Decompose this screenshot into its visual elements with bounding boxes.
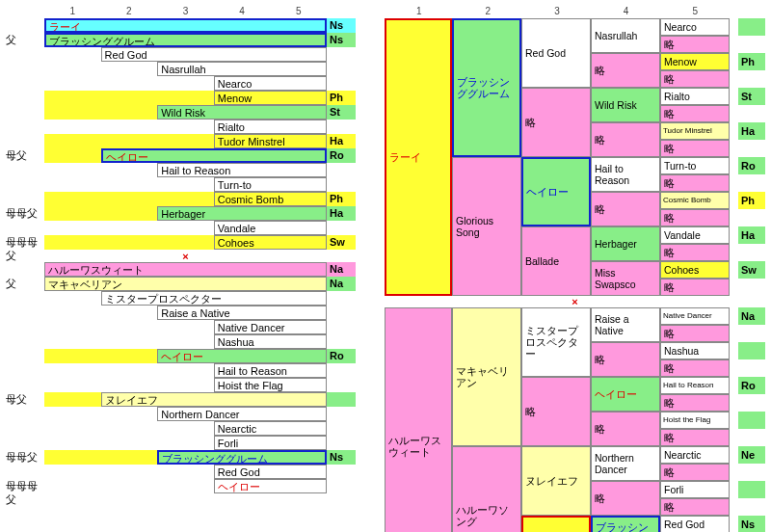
tree-cell: 略 bbox=[591, 412, 660, 446]
pedigree-row: 母母父HerbagerHa bbox=[4, 206, 356, 221]
pedigree-row: Hail to Reason bbox=[4, 363, 356, 378]
row-label bbox=[4, 91, 44, 105]
pedigree-row: Cosmic BombPh bbox=[4, 192, 356, 206]
row-label bbox=[4, 291, 44, 306]
tree-cell: 略 bbox=[660, 325, 730, 342]
right-panel: 1 2 3 4 5 ラーイブラッシンググルームGlorious SongRed … bbox=[385, 4, 765, 532]
tree-cell: Nearctic bbox=[660, 446, 730, 464]
row-label bbox=[4, 163, 44, 177]
tree-cell: 略 bbox=[591, 122, 660, 157]
pedigree-row: Northern Dancer bbox=[4, 407, 356, 421]
horse-name: Native Dancer bbox=[214, 320, 327, 334]
tail-code bbox=[738, 209, 765, 226]
tree-cell: 略 bbox=[660, 174, 730, 192]
tail-code bbox=[738, 412, 765, 429]
tree-cell: ハルーワソング bbox=[452, 446, 521, 532]
pedigree-row: Hoist the Flag bbox=[4, 378, 356, 392]
tail-code: Ro bbox=[738, 377, 765, 394]
tail-code: Ns bbox=[327, 33, 356, 47]
tail-code: Ns bbox=[738, 516, 765, 532]
row-label bbox=[4, 76, 44, 91]
tree-cell: 略 bbox=[660, 244, 730, 261]
tail-code: Na bbox=[327, 262, 356, 277]
tree-cell: Herbager bbox=[591, 226, 660, 261]
tail-code bbox=[738, 18, 765, 36]
pedigree-tree: ハルーワスウィートマキャベリアンハルーワソングミスタープロスペクター略ヌレイエフ… bbox=[385, 307, 765, 532]
tail-code bbox=[327, 76, 356, 91]
row-label bbox=[4, 105, 44, 120]
tree-cell: 略 bbox=[660, 105, 730, 122]
tree-cell: Rialto bbox=[660, 88, 730, 105]
tail-code bbox=[327, 465, 356, 479]
row-label bbox=[4, 465, 44, 479]
row-label: 父 bbox=[4, 277, 44, 291]
tree-cell: Nearco bbox=[660, 18, 730, 36]
horse-name: Cosmic Bomb bbox=[214, 192, 327, 206]
tail-code: Ha bbox=[327, 206, 356, 221]
tree-cell: ヘイロー bbox=[521, 157, 591, 226]
tree-cell: Menow bbox=[660, 53, 730, 70]
tree-cell: Native Dancer bbox=[660, 307, 730, 325]
row-label bbox=[4, 334, 44, 349]
tree-cell: Forli bbox=[660, 481, 730, 498]
pedigree-row: ミスタープロスペクター bbox=[4, 291, 356, 306]
tail-code bbox=[327, 479, 356, 493]
row-label bbox=[4, 192, 44, 206]
tree-cell: 略 bbox=[591, 481, 660, 516]
pedigree-row: Red God bbox=[4, 47, 356, 62]
tree-cell: ミスタープロスペクター bbox=[521, 307, 591, 377]
pedigree-row: 母母母父CohoesSw bbox=[4, 235, 356, 250]
tail-code: Ns bbox=[327, 450, 356, 465]
tree-cell: Vandale bbox=[660, 226, 730, 244]
row-label bbox=[4, 436, 44, 450]
tree-cell: Raise a Native bbox=[591, 307, 660, 342]
tail-code: Na bbox=[738, 307, 765, 325]
tail-code bbox=[327, 407, 356, 421]
horse-name: Tudor Minstrel bbox=[214, 134, 327, 148]
left-header-top: 1 2 3 4 5 bbox=[4, 4, 356, 18]
pedigree-row: MenowPh bbox=[4, 91, 356, 105]
row-label: 母母父 bbox=[4, 450, 44, 465]
tail-code bbox=[327, 221, 356, 235]
pedigree-row: Tudor MinstrelHa bbox=[4, 134, 356, 148]
tail-code bbox=[327, 392, 356, 407]
tail-code bbox=[327, 334, 356, 349]
tree-cell: ハルーワスウィート bbox=[385, 307, 452, 532]
tree-cell: ブラッシンググルーム bbox=[452, 18, 521, 157]
pedigree-row: Forli bbox=[4, 436, 356, 450]
tail-code: Sw bbox=[327, 235, 356, 250]
tail-code bbox=[738, 105, 765, 122]
row-label bbox=[4, 407, 44, 421]
tree-cell: Hoist the Flag bbox=[660, 412, 730, 429]
row-label bbox=[4, 320, 44, 334]
pedigree-row: Rialto bbox=[4, 120, 356, 134]
row-label bbox=[4, 221, 44, 235]
row-label: 父 bbox=[4, 33, 44, 47]
pedigree-row: 母父ヘイローRo bbox=[4, 148, 356, 163]
row-label: 母父 bbox=[4, 392, 44, 407]
tree-cell: Morn of Song bbox=[521, 516, 591, 532]
horse-name: Cohoes bbox=[214, 235, 327, 250]
pedigree-row: 母父ヌレイエフ bbox=[4, 392, 356, 407]
horse-name: Turn-to bbox=[214, 177, 327, 192]
pedigree-row: 母母母父ヘイロー bbox=[4, 479, 356, 493]
pedigree-row: 父ブラッシンググルームNs bbox=[4, 33, 356, 47]
tree-cell: 略 bbox=[660, 359, 730, 377]
pedigree-row: Raise a Native bbox=[4, 306, 356, 320]
pedigree-row: Wild RiskSt bbox=[4, 105, 356, 120]
horse-name: Wild Risk bbox=[157, 105, 327, 120]
tail-code: Ha bbox=[738, 122, 765, 140]
tail-code: Ha bbox=[327, 134, 356, 148]
row-label bbox=[4, 134, 44, 148]
tree-cell: ヌレイエフ bbox=[521, 446, 591, 516]
tree-cell: Cosmic Bomb bbox=[660, 192, 730, 209]
tree-cell: Red God bbox=[660, 516, 730, 532]
left-top-title-row: ラーイ Ns bbox=[4, 18, 356, 33]
tree-cell: 略 bbox=[660, 36, 730, 53]
tree-cell: 略 bbox=[660, 498, 730, 516]
row-label bbox=[4, 120, 44, 134]
horse-name: Nashua bbox=[214, 334, 327, 349]
tree-cell: 略 bbox=[591, 53, 660, 88]
row-label: 母母父 bbox=[4, 206, 44, 221]
left-panel: 1 2 3 4 5 ラーイ Ns 父ブラッシンググルームNsRed GodNas… bbox=[4, 4, 356, 532]
